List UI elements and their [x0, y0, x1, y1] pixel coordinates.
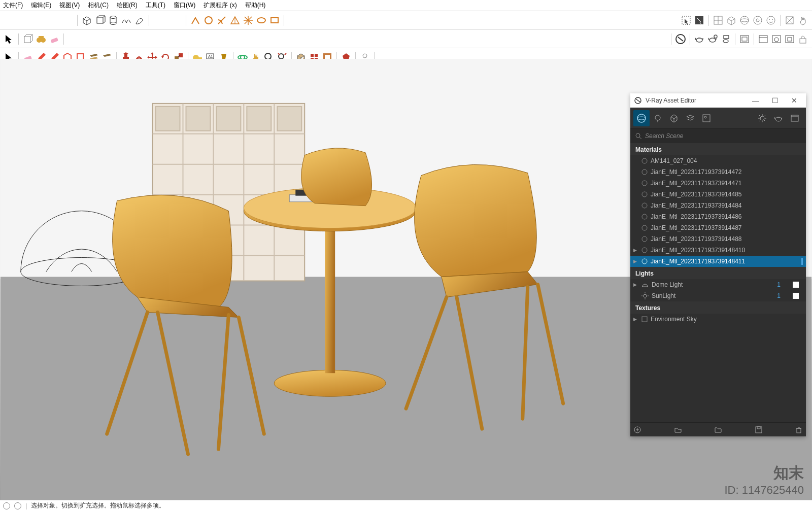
toolbar-row-1: [0, 11, 812, 29]
select-arrow-icon[interactable]: [3, 33, 15, 45]
hand-cursor-icon[interactable]: [797, 14, 809, 26]
iso-view-icon[interactable]: [81, 14, 93, 26]
profile-tool-7-icon[interactable]: [268, 14, 281, 26]
light-enable-checkbox[interactable]: [793, 282, 799, 288]
close-icon[interactable]: ✕: [787, 96, 802, 105]
menu-window[interactable]: 窗口(W): [173, 1, 196, 10]
material-item[interactable]: AM141_027_004: [630, 155, 806, 166]
material-item-selected[interactable]: ▶JianE_Mtl_2023117193739148411: [630, 256, 806, 267]
tab-layers[interactable]: [682, 110, 698, 126]
svg-point-67: [363, 54, 367, 58]
chevron-right-icon[interactable]: ▶: [633, 282, 637, 287]
maximize-icon[interactable]: ☐: [767, 96, 783, 105]
folder-icon[interactable]: [714, 426, 722, 434]
window-a-icon[interactable]: [757, 33, 769, 45]
svg-point-32: [723, 40, 728, 43]
lock-icon[interactable]: [797, 33, 809, 45]
tab-render-teapot[interactable]: [770, 110, 787, 126]
leaf-icon[interactable]: [133, 14, 146, 26]
chevron-right-icon[interactable]: ▶: [633, 248, 637, 253]
select-crossing-icon[interactable]: [693, 14, 705, 26]
svg-rect-23: [24, 37, 30, 43]
light-name: SunLight: [652, 292, 675, 299]
material-item[interactable]: ▶JianE_Mtl_2023117193739148410: [630, 245, 806, 256]
profile-tool-3-icon[interactable]: [216, 14, 228, 26]
menu-extensions[interactable]: 扩展程序 (x): [202, 1, 238, 10]
light-enable-checkbox[interactable]: [793, 293, 799, 299]
tab-materials[interactable]: [633, 110, 650, 126]
select-box-icon[interactable]: [680, 14, 692, 26]
light-item[interactable]: ▶ Dome Light 1: [630, 279, 806, 290]
trash-icon[interactable]: [795, 426, 803, 434]
profile-tool-2-icon[interactable]: [202, 14, 215, 26]
vray-asset-editor-panel: V-Ray Asset Editor — ☐ ✕ Search Scene Ma…: [630, 93, 806, 436]
svg-rect-135: [642, 317, 647, 322]
menu-draw[interactable]: 绘图(R): [116, 1, 139, 10]
style-3-icon[interactable]: [738, 14, 751, 26]
svg-rect-35: [742, 37, 747, 41]
svg-point-119: [642, 158, 647, 163]
material-item[interactable]: JianE_Mtl_202311719373914488: [630, 233, 806, 245]
cube-icon[interactable]: [94, 14, 106, 26]
tool-a-icon[interactable]: [784, 14, 796, 26]
window-b-icon[interactable]: [770, 33, 783, 45]
material-item[interactable]: JianE_Mtl_202311719373914484: [630, 200, 806, 211]
menu-help[interactable]: 帮助(H): [244, 1, 267, 10]
add-asset-icon[interactable]: [633, 426, 641, 434]
teapot-interactive-icon[interactable]: [706, 33, 719, 45]
window-c-icon[interactable]: [784, 33, 796, 45]
tab-settings[interactable]: [754, 110, 770, 126]
material-item[interactable]: JianE_Mtl_202311719373914471: [630, 178, 806, 189]
vray-logo-icon[interactable]: [674, 33, 687, 45]
status-circle-2-icon[interactable]: [14, 502, 21, 509]
menu-edit[interactable]: 编辑(E): [30, 1, 52, 10]
folder-open-icon[interactable]: [674, 426, 682, 434]
tab-textures[interactable]: [698, 110, 715, 126]
search-icon: [635, 133, 642, 140]
chevron-right-icon[interactable]: ▶: [633, 259, 637, 264]
material-item[interactable]: JianE_Mtl_202311719373914486: [630, 211, 806, 222]
wave-icon[interactable]: [120, 14, 132, 26]
wireframe-box-icon[interactable]: [22, 33, 34, 45]
style-5-icon[interactable]: [765, 14, 777, 26]
teapot-render-icon[interactable]: [693, 33, 705, 45]
menu-view[interactable]: 视图(V): [58, 1, 81, 10]
tab-geometry[interactable]: [666, 110, 682, 126]
svg-rect-40: [786, 36, 794, 43]
vray-search[interactable]: Search Scene: [630, 129, 806, 143]
save-disk-icon[interactable]: [755, 426, 763, 434]
chevron-right-icon[interactable]: ▶: [633, 317, 637, 322]
vray-logo-small-icon: [634, 97, 641, 104]
material-item[interactable]: JianE_Mtl_202311719373914485: [630, 189, 806, 200]
eraser-pink-icon[interactable]: [48, 33, 60, 45]
status-text: 选择对象。切换到扩充选择。拖动鼠标选择多项。: [31, 501, 165, 510]
status-circle-1-icon[interactable]: [3, 502, 10, 509]
light-item[interactable]: SunLight 1: [630, 290, 806, 301]
material-name: JianE_Mtl_2023117193739148410: [651, 247, 745, 254]
cylinder-icon[interactable]: [107, 14, 119, 26]
tab-lights[interactable]: [650, 110, 666, 126]
svg-point-18: [756, 19, 759, 22]
material-item[interactable]: JianE_Mtl_202311719373914472: [630, 166, 806, 178]
profile-tool-5-icon[interactable]: [242, 14, 254, 26]
profile-tool-6-icon[interactable]: [255, 14, 267, 26]
frame-a-icon[interactable]: [738, 33, 751, 45]
profile-tool-4-icon[interactable]: [229, 14, 241, 26]
menu-camera[interactable]: 相机(C): [87, 1, 110, 10]
menu-file[interactable]: 文件(F): [2, 1, 24, 10]
teapot-cloud-icon[interactable]: [720, 33, 732, 45]
style-4-icon[interactable]: [752, 14, 764, 26]
vray-titlebar[interactable]: V-Ray Asset Editor — ☐ ✕: [630, 93, 806, 108]
tab-frame-buffer[interactable]: [787, 110, 803, 126]
material-item[interactable]: JianE_Mtl_202311719373914487: [630, 222, 806, 233]
minimize-icon[interactable]: —: [748, 96, 763, 105]
menu-tools[interactable]: 工具(T): [145, 1, 166, 10]
svg-point-117: [636, 133, 640, 138]
profile-tool-1-icon[interactable]: [189, 14, 201, 26]
svg-point-1: [110, 16, 116, 19]
texture-item[interactable]: ▶Environment Sky: [630, 314, 806, 325]
svg-point-121: [642, 181, 647, 186]
style-2-icon[interactable]: [725, 14, 737, 26]
binoculars-icon[interactable]: [35, 33, 47, 45]
style-1-icon[interactable]: [712, 14, 724, 26]
